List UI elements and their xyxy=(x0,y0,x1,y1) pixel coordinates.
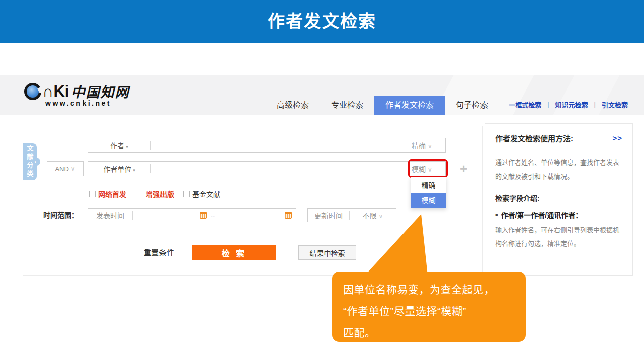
link-knowledge-search[interactable]: 知识元检索 xyxy=(549,100,594,109)
affiliation-input-wrap xyxy=(151,162,398,176)
search-in-results-button[interactable]: 结果中检索 xyxy=(298,245,356,260)
chevron-down-icon: ∨ xyxy=(71,165,75,172)
panel-divider xyxy=(23,233,482,233)
author-input[interactable] xyxy=(151,138,398,152)
affiliation-match-select[interactable]: 模糊∨ xyxy=(398,164,445,174)
callout-line: 匹配。 xyxy=(343,322,515,343)
affiliation-input[interactable] xyxy=(151,162,398,176)
author-field-row: 作者▾ 精确∨ xyxy=(88,138,446,153)
sidebar-title: 作者发文检索使用方法: xyxy=(495,133,573,143)
cnki-logo[interactable]: ∩Ki 中国知网 www.cnki.net xyxy=(24,81,129,107)
more-arrow-icon[interactable]: >> xyxy=(612,134,622,142)
chevron-down-icon: ∨ xyxy=(379,213,383,220)
tab-professional-search[interactable]: 专业检索 xyxy=(320,96,374,115)
chevron-down-icon: ∨ xyxy=(428,166,432,173)
sidebar-field-desc: 输入作者姓名，可在右侧引导列表中根据机构名称进行勾选，精准定位。 xyxy=(495,223,622,251)
top-banner: 作者发文检索 xyxy=(0,0,644,43)
checkbox-label: 增强出版 xyxy=(146,189,174,199)
callout-line: 因单位名称易变，为查全起见， xyxy=(343,279,515,300)
add-condition-icon[interactable]: + xyxy=(460,161,467,176)
operator-value: AND xyxy=(55,165,68,173)
author-field-label: 作者 xyxy=(110,142,124,150)
caret-down-icon: ▾ xyxy=(126,144,128,149)
date-to-input[interactable] xyxy=(218,209,285,222)
update-time-box: 更新时间 不限∨ xyxy=(307,208,396,222)
checkbox-icon[interactable] xyxy=(89,191,96,197)
time-range-label: 时间范围： xyxy=(43,208,78,222)
date-from-input[interactable] xyxy=(133,209,200,222)
checkbox-funded-literature[interactable]: 基金文献 xyxy=(183,189,220,199)
publish-time-box: 发表时间 -- xyxy=(88,208,296,222)
checkbox-icon[interactable] xyxy=(137,191,143,197)
page-title: 作者发文检索 xyxy=(0,0,644,43)
chevron-down-icon: ∨ xyxy=(428,143,432,150)
help-sidebar: 作者发文检索使用方法: >> 通过作者姓名、单位等信息，查找作者发表的文献及被引… xyxy=(485,123,633,276)
match-dropdown-menu: 精确 模糊 xyxy=(411,177,446,208)
affiliation-field-selector[interactable]: 作者单位▾ xyxy=(88,164,150,174)
tab-advanced-search[interactable]: 高级检索 xyxy=(266,96,320,115)
callout-bubble: 因单位名称易变，为查全起见， “作者单位”尽量选择“模糊” 匹配。 xyxy=(332,272,526,342)
checkbox-label: 网络首发 xyxy=(98,189,126,199)
logo-cnki-text: ∩Ki xyxy=(42,83,69,100)
chevron-right-icon: › xyxy=(32,158,40,166)
page: 作者发文检索 ∩Ki 中国知网 www.cnki.net 高级检索 专业检索 作… xyxy=(0,0,644,362)
search-mode-tabs: 高级检索 专业检索 作者发文检索 句子检索 xyxy=(266,96,499,115)
affiliation-match-value: 模糊 xyxy=(412,165,426,173)
reset-conditions-button[interactable]: 重置条件 xyxy=(144,245,174,260)
logo-cn-name: 中国知网 xyxy=(71,81,129,101)
search-button[interactable]: 检 索 xyxy=(192,245,276,260)
sidebar-field-item: ■ 作者/第一作者/通讯作者： xyxy=(495,210,622,220)
literature-classification-tab[interactable]: 文献分类 › xyxy=(23,143,37,180)
link-onebox-search[interactable]: 一框式检索 xyxy=(503,100,547,109)
link-citation-search[interactable]: 引文检索 xyxy=(596,100,634,109)
tab-author-search[interactable]: 作者发文检索 xyxy=(374,96,445,115)
publish-time-label: 发表时间 xyxy=(88,210,132,220)
date-range-separator: -- xyxy=(211,212,215,219)
checkbox-online-first[interactable]: 网络首发 xyxy=(89,189,126,199)
author-match-value: 精确 xyxy=(412,142,426,150)
dropdown-option-exact[interactable]: 精确 xyxy=(411,177,446,193)
affiliation-field-label: 作者单位 xyxy=(103,165,131,173)
square-bullet-icon: ■ xyxy=(495,212,498,217)
header-links: 一框式检索 | 知识元检索 | 引文检索 xyxy=(503,100,634,109)
sidebar-fields-title: 检索字段介绍: xyxy=(495,193,622,203)
author-field-selector[interactable]: 作者▾ xyxy=(88,140,150,150)
search-form-panel: 作者▾ 精确∨ AND∨ 作者单位▾ 模糊∨ xyxy=(23,126,483,276)
calendar-icon[interactable] xyxy=(285,212,292,219)
sidebar-divider xyxy=(495,150,622,150)
date-to-wrap xyxy=(218,209,285,222)
globe-icon xyxy=(24,83,41,100)
update-time-select[interactable]: 不限∨ xyxy=(350,210,396,220)
operator-select[interactable]: AND∨ xyxy=(47,161,84,176)
caret-down-icon: ▾ xyxy=(133,168,135,173)
tab-sentence-search[interactable]: 句子检索 xyxy=(445,96,499,115)
callout-line: “作者单位”尽量选择“模糊” xyxy=(343,300,515,322)
update-time-label: 更新时间 xyxy=(308,210,349,220)
sidebar-field-item-label: 作者/第一作者/通讯作者： xyxy=(501,210,582,220)
author-match-select[interactable]: 精确∨ xyxy=(398,140,445,150)
checkbox-enhanced-publish[interactable]: 增强出版 xyxy=(137,189,174,199)
checkbox-icon[interactable] xyxy=(183,191,190,197)
affiliation-field-row: 作者单位▾ 模糊∨ xyxy=(88,161,446,176)
dropdown-option-fuzzy[interactable]: 模糊 xyxy=(411,193,446,208)
sidebar-intro-text: 通过作者姓名、单位等信息，查找作者发表的文献及被引和下载情况。 xyxy=(495,156,622,184)
checkbox-label: 基金文献 xyxy=(192,189,220,199)
author-input-wrap xyxy=(151,138,398,152)
update-time-value: 不限 xyxy=(363,212,377,220)
date-from-wrap xyxy=(133,209,200,222)
calendar-icon[interactable] xyxy=(200,212,207,219)
